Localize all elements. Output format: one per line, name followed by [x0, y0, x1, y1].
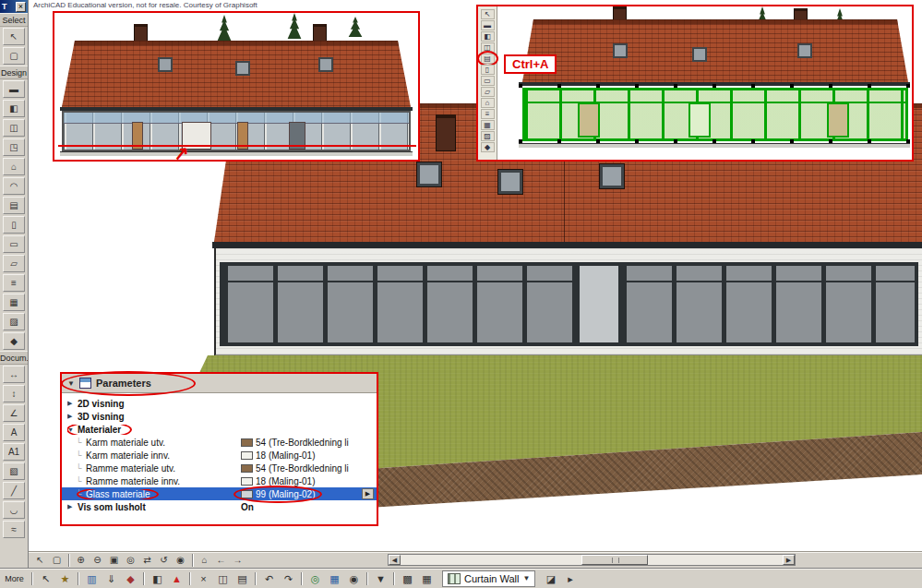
param-row-vis-som[interactable]: ▶ Vis som lusholt On	[62, 500, 377, 513]
window-tool-icon[interactable]: ◫	[3, 119, 25, 137]
parameters-panel-header[interactable]: ▼ Parameters	[62, 374, 377, 393]
teamwork-icon[interactable]: ◎	[306, 570, 324, 586]
paste-icon[interactable]: ▤	[233, 570, 251, 586]
3d-window-icon[interactable]: ◉	[345, 570, 363, 586]
line-tool-icon[interactable]: ╱	[3, 482, 25, 499]
previous-view-icon[interactable]: ←	[213, 554, 229, 567]
object-tool-icon[interactable]: ◆	[3, 332, 25, 350]
mini-column-tool-icon[interactable]: ▯	[481, 65, 495, 75]
flag-icon[interactable]: ▲	[168, 570, 186, 586]
roof-tool-icon[interactable]: ⌂	[3, 158, 25, 175]
element-settings-icon[interactable]: ▩	[399, 570, 416, 586]
scroll-left-button[interactable]: ◀	[389, 555, 401, 565]
mini-curtain-wall-tool-icon[interactable]: ▤	[481, 54, 495, 64]
param-row-ramme-materiale-utv[interactable]: └ Ramme materiale utv. 54 (Tre-Bordkledn…	[62, 462, 377, 474]
door-tool-icon[interactable]: ◧	[3, 100, 25, 117]
scrollbar-thumb[interactable]	[581, 555, 648, 565]
beam-tool-icon[interactable]: ▭	[3, 235, 25, 253]
shell-tool-icon[interactable]: ◠	[3, 177, 25, 195]
angle-dimension-tool-icon[interactable]: ∠	[3, 404, 25, 422]
spline-tool-icon[interactable]: ≈	[3, 521, 25, 538]
mini-object-tool-icon[interactable]: ◆	[481, 142, 495, 152]
parameter-name-cell: ▶ 3D visning	[67, 412, 241, 422]
copy-icon[interactable]: ◫	[214, 570, 232, 586]
param-row-glass-materiale[interactable]: └ Glass materiale 99 (Maling-02) ▶	[62, 487, 377, 500]
fill-tool-icon[interactable]: ▧	[3, 462, 25, 480]
horizontal-scrollbar[interactable]: ◀ ▶	[388, 554, 796, 566]
info-box-icon[interactable]: ◪	[542, 570, 559, 586]
fit-in-window-icon[interactable]: ▣	[106, 554, 122, 567]
column-tool-icon[interactable]: ▯	[3, 216, 25, 234]
gravity-icon[interactable]: ⇓	[102, 570, 120, 586]
collapse-arrow-icon[interactable]: ▼	[67, 379, 75, 388]
mini-zone-tool-icon[interactable]: ▨	[481, 131, 495, 141]
grid-icon[interactable]: ▦	[418, 570, 436, 586]
label-tool-icon[interactable]: A1	[3, 443, 25, 461]
mini-wall-tool-icon[interactable]: ▬	[481, 20, 495, 30]
arrow-tool-icon[interactable]: ↖	[3, 28, 25, 45]
marquee-tool-icon[interactable]: ▢	[3, 47, 25, 65]
tool-glyph: ◫	[9, 123, 18, 133]
mini-stair-tool-icon[interactable]: ≡	[481, 109, 495, 119]
zoom-out-icon[interactable]: ⊖	[90, 554, 105, 567]
zoom-previous-icon[interactable]: ◎	[123, 554, 138, 567]
param-row-2d-visning[interactable]: ▶ 2D visning	[62, 397, 377, 410]
marquee-select-icon[interactable]: ▢	[49, 554, 65, 567]
next-view-icon[interactable]: →	[230, 554, 245, 567]
tool-glyph: ▭	[484, 77, 491, 85]
stair-tool-icon[interactable]: ≡	[3, 274, 25, 292]
explore-icon[interactable]: ◉	[173, 554, 188, 567]
cut-icon[interactable]: ×	[195, 570, 212, 586]
scroll-right-button[interactable]: ▶	[783, 555, 795, 565]
default-element-selector[interactable]: Curtain Wall ▼	[442, 570, 535, 587]
selection-arrow-icon[interactable]: ↖	[32, 554, 48, 567]
favorites-icon[interactable]: ★	[56, 570, 74, 586]
close-icon[interactable]: ×	[16, 2, 26, 12]
options-icon[interactable]: ↖	[37, 570, 54, 586]
toolbox-more-button[interactable]: More	[0, 574, 29, 583]
toolbar-button-glyph: ⇓	[107, 573, 115, 584]
text-tool-icon[interactable]: A	[3, 424, 25, 441]
screenshot-inset-selection: ↖ ▬ ◧ ◫ ▤ ▯ ▭ ▱ ⌂ ≡ ▦ ▨	[476, 5, 914, 162]
skylight-tool-icon[interactable]: ◳	[3, 138, 25, 156]
mini-door-tool-icon[interactable]: ◧	[481, 31, 495, 42]
undo-icon[interactable]: ↶	[260, 570, 278, 586]
zone-tool-icon[interactable]: ▨	[3, 313, 25, 330]
mini-arrow-tool-icon[interactable]: ↖	[481, 9, 495, 19]
slab-tool-icon[interactable]: ▱	[3, 255, 25, 272]
param-row-3d-visning[interactable]: ▶ 3D visning	[62, 410, 377, 423]
snap-icon[interactable]: ◆	[122, 570, 139, 586]
curtain-wall-tool-icon[interactable]: ▤	[3, 197, 25, 214]
home-view-icon[interactable]: ⌂	[197, 554, 212, 567]
layers-icon[interactable]: ▥	[83, 570, 101, 586]
drawing-area[interactable]: ArchiCAD Educational version, not for re…	[29, 0, 922, 551]
level-dimension-tool-icon[interactable]: ↕	[3, 385, 25, 402]
param-row-ramme-materiale-innv[interactable]: └ Ramme materiale innv. 18 (Maling-01)	[62, 474, 377, 487]
expand-arrow-icon[interactable]: ▶	[67, 413, 78, 420]
tree-connector: └	[76, 476, 86, 486]
value-picker-button[interactable]: ▶	[362, 488, 374, 499]
mini-mesh-tool-icon[interactable]: ▦	[481, 120, 495, 130]
orbit-icon[interactable]: ↺	[156, 554, 172, 567]
mini-roof-tool-icon[interactable]: ⌂	[481, 98, 495, 108]
pan-icon[interactable]: ⇄	[139, 554, 155, 567]
expand-arrow-icon[interactable]: ▶	[67, 400, 78, 407]
arc-tool-icon[interactable]: ◡	[3, 501, 25, 519]
3d-visualization-dropdown-icon[interactable]: ▼	[372, 570, 389, 586]
scrollbar-track[interactable]	[401, 555, 783, 565]
wall-tool-icon[interactable]: ▬	[3, 80, 25, 98]
expand-arrow-icon[interactable]: ▶	[67, 503, 78, 510]
publisher-icon[interactable]: ▦	[326, 570, 343, 586]
mini-beam-tool-icon[interactable]: ▭	[481, 76, 495, 86]
param-row-karm-materiale-utv[interactable]: └ Karm materiale utv. 54 (Tre-Bordkledni…	[62, 436, 377, 449]
redo-icon[interactable]: ↷	[280, 570, 297, 586]
mini-slab-tool-icon[interactable]: ▱	[481, 87, 495, 97]
groups-icon[interactable]: ◧	[149, 570, 166, 586]
quick-options-icon[interactable]: ▸	[561, 570, 579, 586]
parameter-label: Ramme materiale innv.	[86, 476, 180, 486]
mesh-tool-icon[interactable]: ▦	[3, 294, 25, 311]
dimension-tool-icon[interactable]: ↔	[3, 366, 25, 383]
param-row-materialer[interactable]: ▼ Materialer	[62, 423, 377, 436]
zoom-in-icon[interactable]: ⊕	[73, 554, 89, 567]
param-row-karm-materiale-innv[interactable]: └ Karm materiale innv. 18 (Maling-01)	[62, 449, 377, 462]
